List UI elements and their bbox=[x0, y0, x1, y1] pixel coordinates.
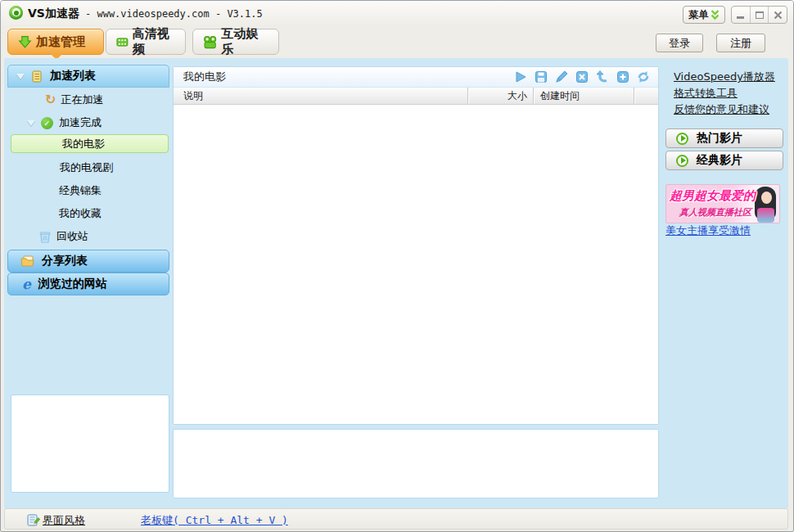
sidebar-item-recycle-bin[interactable]: 回收站 bbox=[38, 228, 88, 246]
main-panel-header: 我的电影 bbox=[174, 67, 658, 88]
sidebar-item-my-tv-series[interactable]: 我的电视剧 bbox=[60, 159, 113, 177]
add-icon[interactable] bbox=[615, 69, 631, 85]
play-icon[interactable] bbox=[512, 69, 529, 85]
sidebar-item-label: 我的电影 bbox=[62, 137, 105, 151]
status-bar: 界面风格 老板键( Ctrl + Alt + V ) bbox=[4, 508, 788, 530]
main-panel: 我的电影 bbox=[173, 66, 659, 425]
download-arrow-icon bbox=[18, 35, 32, 49]
refresh-icon[interactable] bbox=[635, 69, 652, 85]
tab-interactive-fun[interactable]: 互动娱乐 bbox=[192, 29, 279, 55]
tab-label: 高清视频 bbox=[133, 26, 175, 57]
tab-label: 互动娱乐 bbox=[221, 26, 268, 57]
sidebar-header-share-list[interactable]: 分享列表 bbox=[7, 250, 169, 273]
sidebar-item-accelerating[interactable]: ↻ 正在加速 bbox=[45, 91, 103, 109]
toolbar bbox=[512, 69, 652, 85]
sidebar-header-accel-list[interactable]: 加速列表 bbox=[7, 65, 169, 88]
classic-movies-label: 经典影片 bbox=[697, 153, 742, 168]
app-window: VS加速器 - www.videospeedy.com - V3.1.5 菜单 … bbox=[0, 0, 794, 532]
register-button[interactable]: 注册 bbox=[716, 34, 765, 52]
sidebar-item-my-favorites[interactable]: 我的收藏 bbox=[59, 205, 102, 223]
sidebar-header-label: 浏览过的网站 bbox=[38, 277, 107, 291]
check-green-icon: ✓ bbox=[41, 117, 53, 129]
maximize-button[interactable] bbox=[751, 7, 769, 23]
tab-label: 加速管理 bbox=[36, 34, 85, 50]
column-description[interactable]: 说明 bbox=[174, 88, 468, 104]
minimize-button[interactable] bbox=[732, 7, 751, 23]
hot-movies-button[interactable]: 热门影片 bbox=[665, 128, 783, 148]
boss-key-link[interactable]: 老板键( Ctrl + Alt + V ) bbox=[141, 513, 288, 528]
maximize-icon bbox=[756, 11, 764, 19]
undo-icon[interactable] bbox=[594, 69, 611, 85]
login-label: 登录 bbox=[669, 36, 690, 51]
sidebar-item-classic-collection[interactable]: 经典锦集 bbox=[59, 182, 102, 200]
sidebar-item-my-movies[interactable]: 我的电影 bbox=[11, 134, 169, 153]
delete-icon[interactable] bbox=[574, 69, 590, 85]
chevron-double-down-icon bbox=[711, 10, 720, 20]
movie-list-area[interactable] bbox=[174, 105, 658, 424]
sidebar-item-accel-complete[interactable]: ✓ 加速完成 bbox=[27, 114, 102, 132]
sidebar-preview-panel bbox=[11, 394, 169, 493]
menu-button[interactable]: 菜单 bbox=[683, 6, 725, 24]
play-circle-icon bbox=[676, 155, 688, 167]
save-icon[interactable] bbox=[533, 69, 549, 85]
ad-headline: 超男超女最爱的 bbox=[670, 188, 756, 204]
video-camera-icon bbox=[203, 35, 217, 49]
close-icon bbox=[774, 11, 783, 20]
detail-panel bbox=[173, 429, 659, 498]
link-format-converter[interactable]: 格式转换工具 bbox=[674, 86, 738, 101]
tab-hd-video[interactable]: 高清视频 bbox=[106, 29, 186, 55]
close-button[interactable] bbox=[769, 7, 787, 23]
notepad-icon bbox=[31, 70, 43, 83]
minimize-icon bbox=[737, 16, 744, 19]
collapse-triangle-icon bbox=[16, 74, 25, 83]
sidebar-item-label: 正在加速 bbox=[61, 92, 103, 107]
app-logo-icon bbox=[9, 6, 23, 20]
link-videospeedy-player[interactable]: VideoSpeedy播放器 bbox=[674, 70, 775, 84]
sidebar-header-browsed-sites[interactable]: e 浏览过的网站 bbox=[7, 273, 169, 295]
column-created-time[interactable]: 创建时间 bbox=[534, 88, 634, 104]
trash-icon bbox=[38, 230, 52, 244]
ad-banner[interactable]: 超男超女最爱的 真人视频直播社区 bbox=[665, 184, 780, 223]
internet-explorer-icon: e bbox=[22, 276, 31, 292]
list-column-header: 说明 大小 创建时间 bbox=[174, 88, 658, 105]
tab-accel-manage[interactable]: 加速管理 bbox=[7, 29, 104, 55]
login-button[interactable]: 登录 bbox=[656, 34, 703, 52]
sidebar-item-label: 加速完成 bbox=[59, 115, 102, 130]
column-size[interactable]: 大小 bbox=[468, 88, 534, 104]
hot-movies-label: 热门影片 bbox=[697, 131, 742, 146]
sidebar-item-label: 我的收藏 bbox=[59, 206, 102, 221]
app-title-suffix: - www.videospeedy.com - V3.1.5 bbox=[85, 8, 263, 20]
ad-link[interactable]: 美女主播享受激情 bbox=[665, 223, 751, 238]
ad-model-outfit bbox=[757, 208, 774, 223]
app-title: VS加速器 bbox=[28, 7, 79, 21]
share-folder-icon bbox=[20, 255, 35, 268]
sidebar-item-label: 经典锦集 bbox=[59, 183, 102, 198]
column-spacer bbox=[634, 88, 658, 104]
sidebar-item-label: 我的电视剧 bbox=[60, 160, 113, 175]
interface-style-icon bbox=[27, 513, 40, 526]
collapse-triangle-icon bbox=[27, 120, 35, 130]
sidebar-item-label: 回收站 bbox=[56, 229, 88, 244]
link-feedback[interactable]: 反馈您的意见和建议 bbox=[674, 102, 769, 117]
interface-style-link[interactable]: 界面风格 bbox=[43, 513, 85, 528]
logo-swirl-inner bbox=[14, 11, 19, 16]
film-icon bbox=[116, 35, 129, 49]
window-controls bbox=[731, 6, 787, 24]
titlebar: VS加速器 - www.videospeedy.com - V3.1.5 菜单 bbox=[1, 1, 793, 25]
menu-label: 菜单 bbox=[689, 8, 709, 22]
refresh-orange-icon: ↻ bbox=[45, 93, 56, 106]
ad-model-face bbox=[761, 192, 772, 204]
register-label: 注册 bbox=[730, 36, 751, 51]
sidebar-header-label: 分享列表 bbox=[42, 254, 88, 268]
ad-subline: 真人视频直播社区 bbox=[679, 206, 751, 219]
play-circle-icon bbox=[676, 133, 688, 145]
classic-movies-button[interactable]: 经典影片 bbox=[665, 151, 783, 170]
edit-icon[interactable] bbox=[553, 69, 570, 85]
sidebar-header-label: 加速列表 bbox=[50, 69, 96, 83]
main-panel-title: 我的电影 bbox=[174, 70, 226, 84]
